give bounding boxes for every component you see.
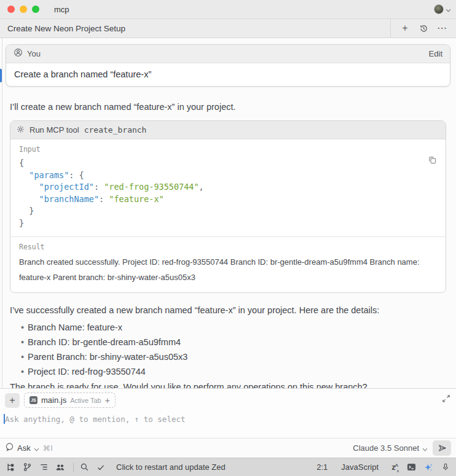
tool-result-section: Result Branch created successfully. Proj… — [10, 236, 446, 292]
minimize-window-button[interactable] — [20, 6, 27, 13]
active-line-indicator — [0, 69, 2, 82]
edit-message-button[interactable]: Edit — [429, 49, 442, 58]
window-controls — [7, 6, 39, 13]
composer-toolbar: Ask ⌘I Claude 3.5 Sonnet — [0, 438, 456, 458]
tool-call-card: Run MCP tool create_branch Input {"param… — [10, 120, 446, 293]
user-message-text[interactable]: Create a branch named “feature-x” — [6, 63, 450, 86]
code-line: "branchName": "feature-x" — [19, 193, 437, 206]
javascript-file-icon: JS — [29, 396, 37, 404]
user-message-header: You Edit — [6, 45, 450, 63]
conversation-area: You Edit Create a branch named “feature-… — [0, 38, 456, 388]
code-line: "projectId": "red-frog-93550744", — [19, 181, 437, 193]
expand-editor-icon[interactable] — [442, 394, 450, 405]
add-suggested-context-icon[interactable]: + — [105, 396, 110, 405]
more-menu-icon[interactable]: ⋯ — [435, 21, 449, 35]
avatar[interactable] — [434, 4, 444, 14]
tool-input-code: {"params": {"projectId": "red-frog-93550… — [19, 157, 437, 229]
message-editor[interactable]: Ask anything, @ to mention, ↑ to select — [0, 415, 456, 424]
add-context-button[interactable]: + — [5, 393, 20, 408]
context-chip-main-js[interactable]: JS main.js Active Tab + — [24, 392, 116, 408]
message-composer: + JS main.js Active Tab + Ask anything, … — [0, 388, 456, 458]
chat-bubble-icon — [5, 442, 14, 454]
copy-icon[interactable] — [428, 155, 437, 167]
model-picker[interactable]: Claude 3.5 Sonnet — [353, 443, 428, 454]
mode-shortcut: ⌘I — [43, 444, 53, 453]
title-bar: mcp — [0, 0, 456, 19]
tool-call-header[interactable]: Run MCP tool create_branch — [10, 121, 446, 139]
history-icon[interactable] — [417, 21, 430, 35]
input-label: Input — [19, 145, 437, 154]
user-message-card: You Edit Create a branch named “feature-… — [6, 44, 450, 87]
code-line: } — [19, 217, 437, 230]
collaboration-icon[interactable] — [55, 462, 65, 472]
fullscreen-window-button[interactable] — [32, 6, 39, 13]
list-item: Branch ID: br-gentle-dream-a5u9fmm4 — [21, 337, 446, 347]
agent-tab-bar: Create New Neon Project Setup + ⋯ — [0, 19, 456, 38]
edit-prediction-icon[interactable]: z˄ — [388, 462, 399, 472]
thread-title[interactable]: Create New Neon Project Setup — [7, 24, 125, 33]
text-cursor — [4, 414, 5, 424]
assistant-sparkle-icon[interactable] — [423, 462, 433, 472]
terminal-icon[interactable] — [406, 462, 416, 472]
git-branch-icon[interactable] — [22, 462, 32, 472]
tab-actions: + ⋯ — [390, 19, 456, 37]
code-line: } — [19, 205, 437, 217]
code-line: { — [19, 157, 437, 170]
branch-details-list: Branch Name: feature-x Branch ID: br-gen… — [10, 322, 446, 377]
code-line: "params": { — [19, 170, 437, 182]
account-menu[interactable] — [434, 4, 451, 15]
mode-picker[interactable]: Ask — [5, 442, 39, 454]
send-button[interactable] — [433, 440, 451, 456]
tool-call-label: Run MCP tool — [29, 125, 79, 135]
tool-result-text: Branch created successfully. Project ID:… — [19, 254, 437, 285]
search-icon[interactable] — [79, 462, 89, 472]
list-item: Branch Name: feature-x — [21, 322, 446, 332]
user-icon — [14, 48, 23, 60]
tool-name: create_branch — [84, 125, 147, 135]
outline-panel-icon[interactable] — [39, 462, 49, 472]
project-panel-icon[interactable] — [6, 462, 15, 472]
editor-placeholder: Ask anything, @ to mention, ↑ to select — [5, 415, 186, 424]
language-selector[interactable]: JavaScript — [341, 462, 379, 472]
assistant-summary-intro: I’ve successfully created a new branch n… — [10, 305, 446, 316]
zed-window: mcp Create New Neon Project Setup + ⋯ — [0, 0, 456, 476]
chevron-down-icon — [34, 443, 39, 454]
author-label: You — [27, 49, 41, 58]
divider — [73, 462, 74, 472]
list-item: Parent Branch: br-shiny-water-a5us05x3 — [21, 352, 446, 362]
cursor-position[interactable]: 2:1 — [316, 462, 328, 472]
update-notification[interactable]: Click to restart and update Zed — [116, 462, 226, 472]
assistant-outro-text: The branch is ready for use. Would you l… — [10, 381, 446, 388]
model-label: Claude 3.5 Sonnet — [353, 443, 419, 453]
diagnostics-check-icon[interactable] — [96, 462, 106, 472]
mode-label: Ask — [17, 443, 31, 453]
close-window-button[interactable] — [7, 6, 15, 13]
active-tab-badge: Active Tab — [70, 397, 101, 404]
context-strip: + JS main.js Active Tab + — [0, 389, 456, 408]
chevron-down-icon — [446, 4, 451, 15]
list-item: Project ID: red-frog-93550744 — [21, 367, 446, 377]
tool-input-section: Input {"params": {"projectId": "red-frog… — [10, 139, 446, 236]
new-thread-button[interactable]: + — [398, 21, 412, 35]
window-title: mcp — [54, 5, 69, 14]
gear-icon — [17, 125, 25, 136]
status-bar-right: 2:1 JavaScript z˄ — [316, 462, 450, 472]
assistant-intro-text: I’ll create a new branch named “feature-… — [10, 101, 446, 112]
chevron-down-icon — [422, 443, 428, 454]
result-label: Result — [19, 243, 437, 251]
microphone-icon[interactable] — [441, 462, 450, 472]
status-bar: Click to restart and update Zed 2:1 Java… — [0, 458, 456, 476]
context-file-name: main.js — [41, 396, 66, 405]
